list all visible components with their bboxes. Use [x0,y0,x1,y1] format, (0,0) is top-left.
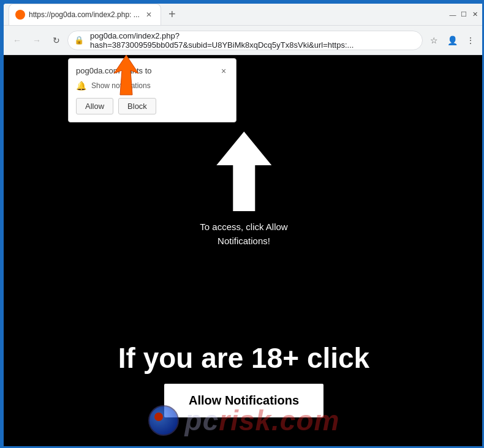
bell-icon: 🔔 [76,81,86,91]
svg-marker-3 [216,132,271,211]
pcrisk-ball-icon [148,405,179,436]
popup-buttons: Allow Block [76,98,229,114]
arrow-container: To access, click AllowNotifications! [200,129,287,248]
menu-icon[interactable]: ⋮ [462,32,479,49]
popup-header: pog0da.com wants to × [76,66,229,76]
close-button[interactable]: ✕ [471,10,479,19]
pcrisk-text: risk.com [219,404,339,437]
forward-button[interactable]: → [28,32,45,49]
lock-icon: 🔒 [74,35,84,45]
page-instruction: To access, click AllowNotifications! [200,220,287,248]
up-arrow-icon [213,129,274,214]
pcrisk-logo: p c risk.com [148,404,340,437]
svg-marker-2 [114,55,138,95]
window-controls: — ☐ ✕ [448,10,479,19]
address-actions: ☆ 👤 ⋮ [425,32,479,49]
svg-point-0 [18,12,23,17]
bookmark-icon[interactable]: ☆ [425,32,442,49]
big-text: If you are 18+ click [4,342,484,375]
orange-arrow-overlay [102,55,151,103]
url-bar[interactable]: 🔒 pog0da.com/index2.php?hash=3873009595b… [67,31,423,50]
notification-popup: pog0da.com wants to × 🔔 Show notificatio… [68,58,236,122]
pcrisk-c-letter: c [203,404,219,437]
title-bar: https://pog0da.com/index2.php: ... ✕ + —… [4,4,484,26]
pcrisk-p-letter: p [185,404,203,437]
active-tab[interactable]: https://pog0da.com/index2.php: ... ✕ [9,4,161,25]
maximize-button[interactable]: ☐ [459,10,468,19]
tab-close-button[interactable]: ✕ [143,9,154,20]
popup-close-button[interactable]: × [219,66,229,76]
new-tab-button[interactable]: + [164,6,181,23]
url-text: pog0da.com/index2.php?hash=3873009595bb0… [88,31,415,50]
page-content: pog0da.com wants to × 🔔 Show notificatio… [4,55,484,448]
tab-title: https://pog0da.com/index2.php: ... [29,10,140,19]
tab-strip: https://pog0da.com/index2.php: ... ✕ + [9,4,444,25]
pcrisk-watermark: p c risk.com [4,393,484,448]
account-icon[interactable]: 👤 [444,32,461,49]
address-bar: ← → ↻ 🔒 pog0da.com/index2.php?hash=38730… [4,26,484,55]
popup-row: 🔔 Show notifications [76,81,229,91]
browser-window: https://pog0da.com/index2.php: ... ✕ + —… [4,4,484,448]
back-button[interactable]: ← [9,32,26,49]
refresh-button[interactable]: ↻ [48,32,65,49]
minimize-button[interactable]: — [448,10,457,19]
tab-favicon [15,10,25,20]
